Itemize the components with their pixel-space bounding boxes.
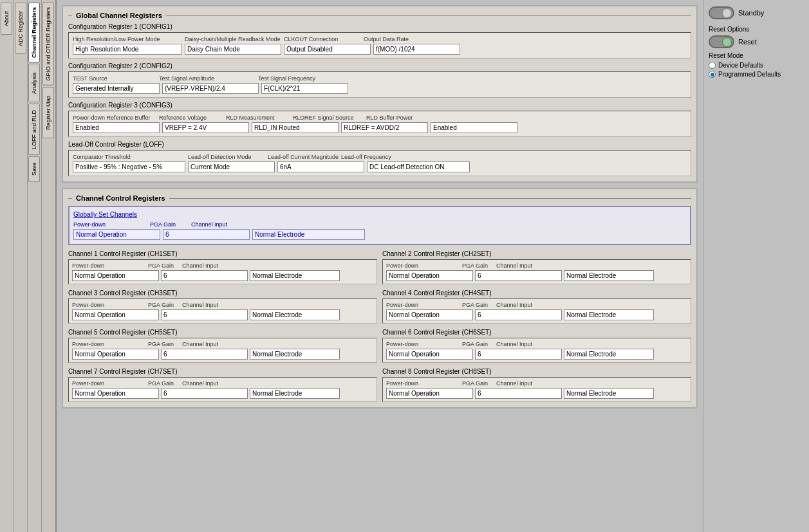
globally-set-box: Globally Set Channels Power-down PGA Gai… — [68, 206, 691, 245]
ch5-power-down[interactable] — [72, 349, 159, 360]
standby-toggle[interactable] — [709, 6, 734, 19]
config3-field4-label: RLDREF Signal Source — [293, 115, 364, 121]
sidebar-item-analysis[interactable]: Analysis — [28, 64, 40, 102]
config3-field3-label: RLD Measurement — [226, 115, 290, 121]
global-field1-label: Power-down — [73, 221, 147, 228]
ch6-pga-gain[interactable] — [475, 349, 562, 360]
ch3-channel-input[interactable] — [250, 309, 340, 320]
global-power-down[interactable] — [73, 229, 160, 240]
ch2-section: Channel 2 Control Register (CH2SET) Powe… — [382, 250, 691, 284]
sidebar-col2: ADC Register — [14, 0, 28, 532]
sidebar: About ADC Register Channel Registers Ana… — [0, 0, 57, 532]
ch1-label: Channel 1 Control Register (CH1SET) — [68, 250, 377, 257]
ch7-pga-gain[interactable] — [161, 388, 248, 399]
globally-set-link[interactable]: Globally Set Channels — [73, 211, 686, 218]
global-registers-title: Global Channel Registers — [72, 12, 166, 19]
ch2-pga-gain[interactable] — [475, 270, 562, 281]
ch3-power-down[interactable] — [72, 309, 159, 320]
config1-field4-label: Output Data Rate — [364, 36, 441, 42]
config3-field1-label: Power-down Reference Buffer — [73, 115, 156, 121]
ch1-channel-input[interactable] — [250, 270, 340, 281]
config3-label: Configuration Register 3 (CONFIG3) — [68, 102, 691, 109]
radio-programmed-defaults[interactable]: Programmed Defaults — [709, 71, 804, 78]
ch6-label: Channel 6 Control Register (CH6SET) — [382, 329, 691, 336]
sidebar-item-save[interactable]: Save — [28, 156, 40, 182]
ch1-section: Channel 1 Control Register (CH1SET) Powe… — [68, 250, 377, 284]
loff-label: Lead-Off Control Register (LOFF) — [68, 141, 691, 148]
reset-toggle[interactable] — [709, 35, 734, 48]
config3-field3-value[interactable] — [252, 122, 339, 133]
loff-field2-label: Lead-off Detection Mode — [188, 154, 265, 160]
ch6-section: Channel 6 Control Register (CH6SET) Powe… — [382, 329, 691, 363]
sidebar-item-about[interactable]: About — [1, 3, 12, 35]
loff-field1-value[interactable] — [73, 161, 185, 172]
reset-options: Reset Options Reset Reset Mode Device De… — [709, 26, 804, 78]
ch8-pga-gain[interactable] — [475, 388, 562, 399]
ch2-power-down[interactable] — [386, 270, 473, 281]
global-channel-input[interactable] — [252, 229, 365, 240]
config2-field3-label: Test Signal Frequency — [258, 75, 342, 82]
ch8-power-down[interactable] — [386, 388, 473, 399]
loff-field4-label: Lead-off Frequency — [341, 154, 444, 160]
sidebar-item-register-map[interactable]: Register Map — [42, 87, 54, 138]
loff-field2-value[interactable] — [188, 161, 275, 172]
config1-section: Configuration Register 1 (CONFIG1) High … — [68, 23, 691, 59]
radio-device-defaults-label: Device Defaults — [718, 62, 763, 69]
config3-field5-value[interactable] — [431, 122, 517, 133]
loff-field4-value[interactable] — [367, 161, 470, 172]
ch4-pga-gain[interactable] — [475, 309, 562, 320]
ch5-pga-gain[interactable] — [161, 349, 248, 360]
ch2-channel-input[interactable] — [564, 270, 654, 281]
ch4-label: Channel 4 Control Register (CH4SET) — [382, 289, 691, 297]
config3-section: Configuration Register 3 (CONFIG3) Power… — [68, 102, 691, 137]
config3-field5-label: RLD Buffer Power — [366, 115, 418, 121]
main-content: Global Channel Registers Configuration R… — [57, 0, 703, 532]
global-pga-gain[interactable] — [163, 229, 250, 240]
global-field2-label: PGA Gain — [150, 221, 189, 228]
config1-field4-value[interactable] — [373, 44, 460, 55]
sidebar-item-adc[interactable]: ADC Register — [15, 3, 26, 54]
loff-field3-value[interactable] — [277, 161, 364, 172]
config2-field1-label: TEST Source — [73, 75, 156, 82]
ch7-channel-input[interactable] — [250, 388, 340, 399]
config2-field1-value[interactable] — [73, 83, 160, 94]
ch5-channel-input[interactable] — [250, 349, 340, 360]
ch1-pga-gain[interactable] — [161, 270, 248, 281]
ch3-section: Channel 3 Control Register (CH3SET) Powe… — [68, 289, 377, 324]
ch8-label: Channel 8 Control Register (CH8SET) — [382, 368, 691, 375]
sidebar-col3: Channel Registers Analysis LOFF and RLD … — [28, 0, 42, 532]
sidebar-item-loff-rld[interactable]: LOFF and RLD — [28, 104, 40, 155]
channel-registers-title: Channel Control Registers — [72, 194, 169, 202]
ch7-label: Channel 7 Control Register (CH7SET) — [68, 368, 377, 375]
loff-field1-label: Comparator Threshold — [73, 154, 185, 160]
ch6-channel-input[interactable] — [564, 349, 654, 360]
config2-field3-value[interactable] — [261, 83, 348, 94]
config1-field1-value[interactable] — [73, 44, 182, 55]
config2-section: Configuration Register 2 (CONFIG2) TEST … — [68, 62, 691, 98]
config3-field1-value[interactable] — [73, 122, 160, 133]
config2-field2-value[interactable] — [162, 83, 259, 94]
right-panel: Standby Reset Options Reset Reset Mode D… — [703, 0, 809, 532]
ch4-power-down[interactable] — [386, 309, 473, 320]
ch7-power-down[interactable] — [72, 388, 159, 399]
config3-field2-value[interactable] — [162, 122, 249, 133]
config1-field2-label: Daisy-chain/Multiple Readback Mode — [185, 36, 281, 42]
sidebar-item-channel-registers[interactable]: Channel Registers — [28, 3, 40, 62]
radio-programmed-defaults-label: Programmed Defaults — [718, 71, 781, 78]
config1-field3-value[interactable] — [284, 44, 371, 55]
config1-field2-value[interactable] — [185, 44, 281, 55]
ch4-section: Channel 4 Control Register (CH4SET) Powe… — [382, 289, 691, 324]
ch3-pga-gain[interactable] — [161, 309, 248, 320]
reset-options-label: Reset Options — [709, 26, 804, 33]
ch8-channel-input[interactable] — [564, 388, 654, 399]
radio-device-defaults[interactable]: Device Defaults — [709, 62, 804, 69]
config2-label: Configuration Register 2 (CONFIG2) — [68, 62, 691, 69]
ch4-channel-input[interactable] — [564, 309, 654, 320]
sidebar-item-gpio[interactable]: GPIO and OTHER Registers — [42, 3, 54, 86]
ch3-label: Channel 3 Control Register (CH3SET) — [68, 289, 377, 297]
ch1-power-down[interactable] — [72, 270, 159, 281]
standby-label: Standby — [738, 9, 764, 17]
channel-control-registers: Channel Control Registers Globally Set C… — [62, 188, 698, 408]
config3-field4-value[interactable] — [341, 122, 428, 133]
ch6-power-down[interactable] — [386, 349, 473, 360]
